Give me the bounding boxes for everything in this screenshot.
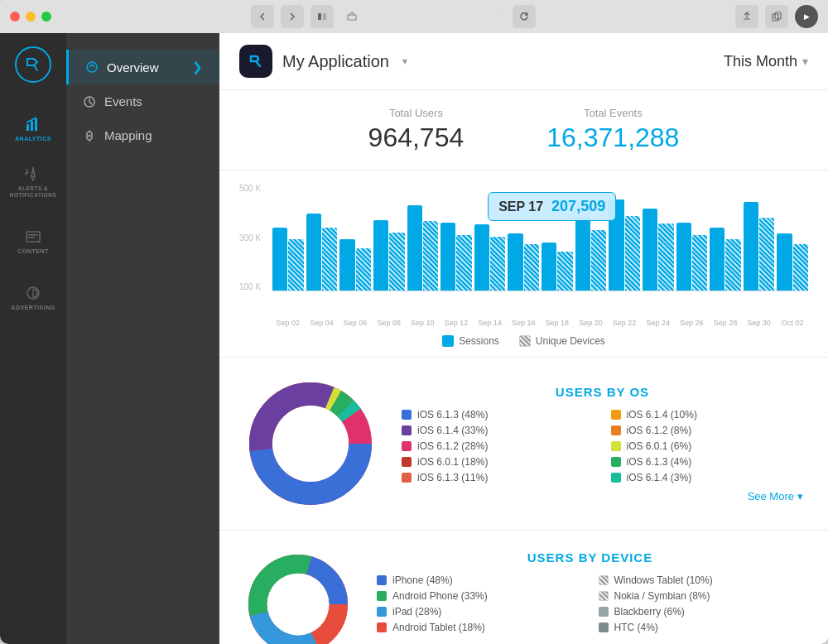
os-label-left-3: iOS 6.0.1 (18%): [417, 456, 488, 468]
sidebar-item-content[interactable]: CONTENT: [0, 220, 66, 263]
see-more-os[interactable]: See More ▾: [402, 490, 803, 502]
device-label-right-3: HTC (4%): [614, 622, 658, 633]
share-icon[interactable]: [735, 5, 758, 28]
os-dot-right-1: [611, 425, 621, 435]
os-legend-left-4: iOS 6.1.3 (11%): [402, 472, 595, 483]
bar-device-14: [759, 218, 774, 291]
bar-group-12[interactable]: [676, 223, 708, 291]
advertising-icon: [25, 285, 41, 301]
bar-group-5[interactable]: [440, 223, 472, 291]
x-label-3: Sep 08: [373, 316, 405, 327]
os-legend-right-1: iOS 6.1.2 (8%): [611, 425, 804, 436]
bar-session-2: [339, 239, 354, 291]
device-legend-right-2: Blackberry (6%): [599, 606, 804, 618]
x-label-15: Oct 02: [777, 316, 808, 327]
app-window: ▶ ANALYTICS: [0, 0, 828, 644]
svg-point-28: [272, 406, 349, 482]
bar-device-9: [591, 230, 606, 291]
bar-device-2: [356, 248, 371, 291]
y-label-500k: 500 K: [239, 184, 268, 193]
refresh-icon[interactable]: [513, 5, 536, 28]
device-legend-left-1: Android Phone (33%): [377, 590, 582, 602]
x-label-12: Sep 26: [676, 316, 708, 327]
app-icon-logo: [246, 51, 266, 71]
bar-group-9[interactable]: [575, 217, 607, 291]
svg-rect-0: [318, 13, 321, 20]
device-legend-right-3: HTC (4%): [599, 622, 804, 633]
see-more-os-arrow: ▾: [797, 490, 803, 502]
os-label-left-0: iOS 6.1.3 (48%): [417, 409, 488, 421]
sidebar-toggle-icon[interactable]: [310, 5, 334, 28]
app-dropdown-arrow[interactable]: ▾: [402, 55, 407, 67]
bar-session-1: [306, 214, 321, 291]
titlebar: ▶: [0, 0, 828, 33]
sub-sidebar-item-events[interactable]: Events: [66, 84, 219, 118]
legend-devices: Unique Devices: [519, 335, 605, 347]
close-button[interactable]: [10, 12, 20, 22]
chart-y-labels: 500 K 300 K 100 K: [239, 184, 268, 291]
os-title: USERS BY OS: [402, 385, 803, 399]
bar-device-0: [288, 239, 303, 291]
os-dot-right-2: [611, 441, 621, 451]
url-icon: [347, 12, 357, 22]
y-label-300k: 300 K: [239, 233, 268, 243]
os-legend-right-0: iOS 6.1.4 (10%): [611, 409, 804, 421]
x-label-2: Sep 06: [339, 316, 371, 327]
bar-group-0[interactable]: [272, 228, 304, 291]
analytics-icon: [25, 116, 41, 132]
bar-session-9: [575, 217, 590, 291]
sidebar-item-advertising[interactable]: ADVERTISING: [0, 276, 66, 320]
bar-group-2[interactable]: [339, 239, 371, 291]
bar-group-11[interactable]: [643, 209, 674, 291]
device-label-right-1: Nokia / Symbian (8%): [614, 590, 710, 602]
device-label-right-0: Windows Tablet (10%): [614, 574, 713, 586]
bar-group-15[interactable]: [777, 233, 808, 291]
nav-back-icon[interactable]: [251, 5, 274, 28]
os-label-right-0: iOS 6.1.4 (10%): [627, 409, 697, 421]
sidebar-item-alerts[interactable]: ALERTS & NOTIFICATIONS: [0, 157, 66, 207]
bar-group-13[interactable]: [710, 228, 741, 291]
minimize-button[interactable]: [26, 12, 36, 22]
sidebar-logo[interactable]: [15, 46, 51, 83]
os-dot-left-1: [402, 425, 412, 435]
legend-sessions-label: Sessions: [459, 335, 499, 347]
os-donut-chart: [244, 377, 377, 510]
bar-session-3: [373, 220, 388, 291]
bar-group-14[interactable]: [744, 202, 775, 291]
os-dot-left-3: [402, 457, 412, 467]
maximize-button[interactable]: [41, 12, 51, 22]
total-users-stat: Total Users 964,754: [368, 107, 465, 153]
sidebar-item-analytics[interactable]: ANALYTICS: [0, 108, 66, 151]
bar-group-3[interactable]: [373, 220, 405, 291]
period-selector[interactable]: This Month ▾: [724, 53, 808, 70]
x-label-11: Sep 24: [643, 316, 674, 327]
os-legend-left-0: iOS 6.1.3 (48%): [402, 409, 595, 421]
bar-session-4: [407, 205, 422, 291]
svg-rect-5: [26, 124, 29, 131]
sub-sidebar: Overview ❯ Events Mapping: [66, 33, 219, 644]
period-label: This Month: [724, 53, 797, 70]
sidebar-label-alerts: ALERTS & NOTIFICATIONS: [0, 185, 66, 199]
nav-forward-icon[interactable]: [281, 5, 304, 28]
device-dot-right-0: [599, 575, 609, 585]
users-by-device-section: USERS BY DEVICE iPhone (48%)Windows Tabl…: [219, 531, 828, 644]
sub-sidebar-item-overview[interactable]: Overview ❯: [66, 50, 219, 84]
svg-rect-7: [35, 118, 37, 131]
total-events-value: 16,371,288: [546, 123, 679, 153]
bar-group-7[interactable]: [508, 233, 539, 291]
bar-group-4[interactable]: [407, 205, 439, 291]
bar-session-13: [710, 228, 724, 291]
os-dot-right-0: [611, 410, 621, 420]
os-legend-right-4: iOS 6.1.4 (3%): [611, 472, 804, 483]
profile-icon[interactable]: ▶: [795, 5, 818, 28]
duplicate-icon[interactable]: [765, 5, 788, 28]
sub-sidebar-item-mapping[interactable]: Mapping: [66, 118, 219, 152]
bar-device-7: [524, 244, 539, 291]
os-legend-right-3: iOS 6.1.3 (4%): [611, 456, 804, 468]
device-info: USERS BY DEVICE iPhone (48%)Windows Tabl…: [377, 550, 803, 633]
bar-group-8[interactable]: [542, 243, 573, 291]
period-dropdown-arrow: ▾: [802, 55, 808, 68]
bar-group-6[interactable]: [474, 224, 506, 291]
bar-group-1[interactable]: [306, 214, 338, 291]
total-users-label: Total Users: [368, 107, 465, 119]
